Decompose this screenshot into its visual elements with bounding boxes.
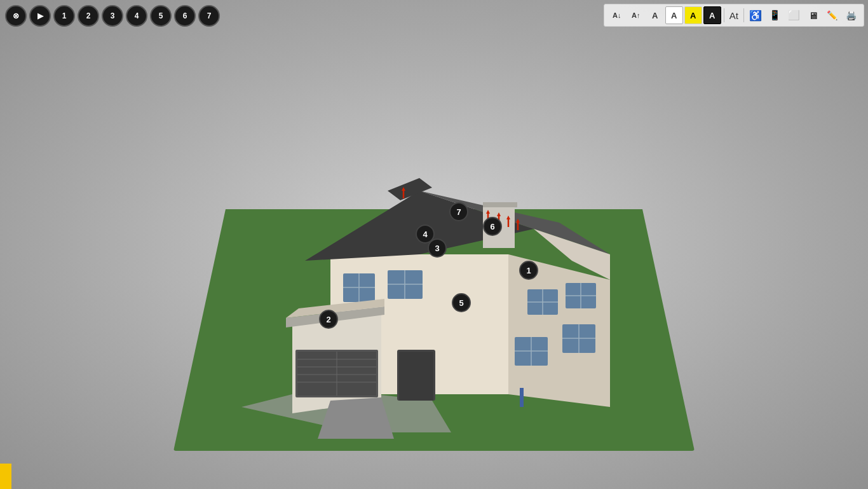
svg-rect-19 — [399, 352, 433, 401]
svg-rect-7 — [483, 202, 517, 207]
marker-6[interactable]: 6 — [483, 217, 502, 236]
bottom-indicator-bar — [0, 464, 11, 489]
step-button-5[interactable]: 5 — [150, 5, 172, 27]
font-decrease-button[interactable]: A↓ — [608, 6, 626, 24]
accessibility-icon[interactable]: ♿ — [747, 6, 764, 24]
marker-7[interactable]: 7 — [449, 202, 468, 221]
print-button[interactable]: 🖨️ — [842, 6, 860, 24]
toolbar-right: A↓ A↑ A A A A At ♿ 📱 ⬜ 🖥 ✏️ 🖨️ — [604, 4, 864, 27]
toolbar-separator-1 — [724, 8, 724, 22]
house-3d-model — [203, 127, 661, 458]
step-button-3[interactable]: 3 — [102, 5, 123, 27]
step-button-6[interactable]: 6 — [174, 5, 196, 27]
marker-4[interactable]: 4 — [416, 224, 435, 244]
font-increase-button[interactable]: A↑ — [627, 6, 645, 24]
play-button[interactable]: ▶ — [29, 5, 51, 27]
desktop-view-button[interactable]: 🖥 — [804, 6, 822, 24]
step-button-7[interactable]: 7 — [198, 5, 220, 27]
font-white-background-button[interactable]: A — [665, 6, 683, 24]
svg-rect-44 — [520, 388, 524, 407]
toolbar-separator-2 — [743, 8, 744, 22]
font-normal-button[interactable]: A — [646, 6, 664, 24]
marker-1[interactable]: 1 — [519, 261, 538, 280]
stop-button[interactable]: ⊗ — [5, 5, 27, 27]
marker-2[interactable]: 2 — [319, 310, 338, 329]
font-black-background-button[interactable]: A — [703, 6, 721, 24]
edit-button[interactable]: ✏️ — [823, 6, 841, 24]
marker-5[interactable]: 5 — [452, 293, 471, 312]
font-yellow-background-button[interactable]: A — [684, 6, 702, 24]
at-label: At — [727, 6, 741, 24]
tablet-view-button[interactable]: ⬜ — [785, 6, 803, 24]
step-button-4[interactable]: 4 — [126, 5, 147, 27]
step-button-1[interactable]: 1 — [53, 5, 75, 27]
step-button-2[interactable]: 2 — [78, 5, 99, 27]
mobile-view-button[interactable]: 📱 — [766, 6, 783, 24]
toolbar-left: ⊗ ▶ 1 2 3 4 5 6 7 — [5, 5, 220, 27]
